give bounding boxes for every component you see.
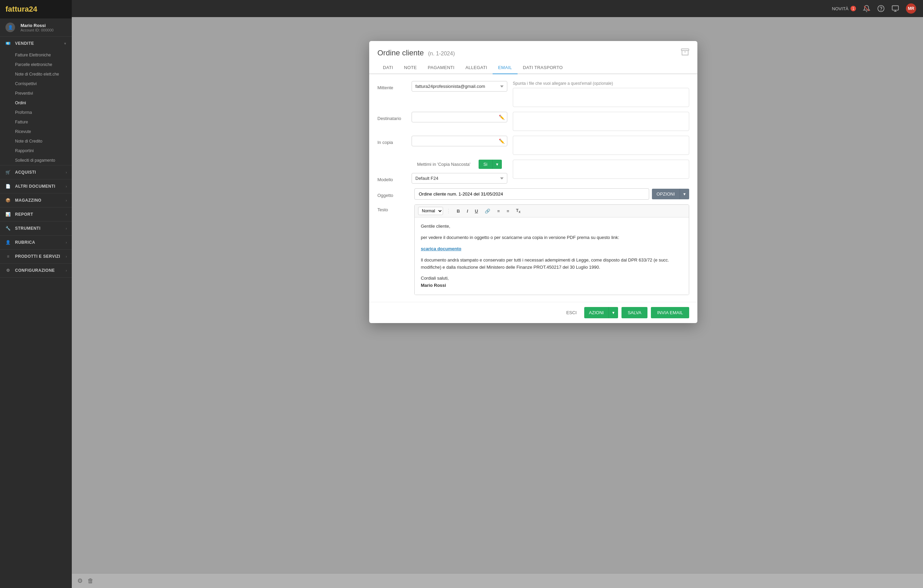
section-rubrica-header[interactable]: 👤 RUBRICA › — [0, 235, 72, 249]
toolbar-ordered-list-button[interactable]: ≡ — [494, 207, 503, 215]
section-acquisti-header[interactable]: 🛒 ACQUISTI › — [0, 166, 72, 179]
chart-icon: 📊 — [5, 211, 11, 218]
destinatario-edit-icon[interactable]: ✏️ — [499, 115, 504, 120]
editor-link-line: scarica documento — [421, 245, 683, 253]
in-copia-input[interactable] — [412, 136, 507, 146]
user-name: Mario Rossi — [21, 23, 54, 28]
sidebar-item-note-credito-elett[interactable]: Note di Credito elett.che — [0, 69, 72, 79]
destinatario-row: Destinatario ✏️ — [378, 112, 689, 131]
help-icon[interactable] — [877, 5, 885, 12]
sidebar-item-solleciti[interactable]: Solleciti di pagamento — [0, 156, 72, 165]
tab-allegati[interactable]: ALLEGATI — [460, 62, 493, 74]
mittente-field-group: Mittente fattura24professionista@gmail.c… — [378, 81, 507, 92]
sidebar-item-preventivi[interactable]: Preventivi — [0, 89, 72, 98]
salva-button[interactable]: SALVA — [621, 307, 647, 318]
in-copia-row: In copia ✏️ — [378, 136, 689, 155]
bcc-modello-row: Mettimi in 'Copia Nascosta' Si ▾ Modello — [378, 159, 689, 184]
attachment-box-4 — [513, 159, 689, 179]
attachment-area: Spunta i file che vuoi allegare a quest'… — [513, 81, 689, 107]
content-area: ⚙ 🗑 Ordine cliente (n. 1-2024) D — [72, 17, 923, 588]
screen-icon[interactable] — [892, 5, 899, 12]
toolbar-underline-button[interactable]: U — [472, 207, 481, 215]
attachment-boxes — [513, 88, 689, 107]
tab-note[interactable]: NOTE — [399, 62, 422, 74]
bcc-modello-group: Mettimi in 'Copia Nascosta' Si ▾ Modello — [378, 159, 507, 184]
section-prodotti-header[interactable]: ≡ PRODOTTI E SERVIZI › — [0, 250, 72, 263]
mittente-select[interactable]: fattura24professionista@gmail.com — [412, 81, 507, 92]
archive-icon[interactable] — [681, 48, 689, 58]
modello-select[interactable]: Default F24 — [412, 173, 507, 184]
azioni-dropdown-button[interactable]: ▾ — [608, 307, 618, 318]
section-acquisti-label: ACQUISTI — [15, 170, 36, 175]
section-vendite-header[interactable]: 💶 VENDITE ▼ — [0, 36, 72, 50]
editor-signature: Mario Rossi — [421, 283, 446, 288]
section-altri: 📄 ALTRI DOCUMENTI › — [0, 179, 72, 194]
svg-rect-6 — [681, 49, 689, 51]
editor-line-1: Gentile cliente, — [421, 223, 683, 230]
topbar: NOVITÀ 1 MR — [72, 0, 923, 17]
sidebar-item-proforma[interactable]: Proforma — [0, 108, 72, 117]
opzioni-button-group: OPZIONI ▾ — [652, 189, 689, 199]
scarica-documento-link[interactable]: scarica documento — [421, 246, 462, 251]
mittente-row: Mittente fattura24professionista@gmail.c… — [378, 81, 689, 107]
box-icon: 📦 — [5, 197, 11, 204]
modello-select-wrapper: Default F24 — [412, 173, 507, 184]
sidebar-item-fatture[interactable]: Fatture — [0, 117, 72, 127]
in-copia-edit-icon[interactable]: ✏️ — [499, 138, 504, 144]
modal-header: Ordine cliente (n. 1-2024) — [369, 41, 697, 58]
section-magazzino-header[interactable]: 📦 MAGAZZINO › — [0, 194, 72, 207]
section-configurazione-header[interactable]: ⚙ CONFIGURAZIONE › — [0, 264, 72, 277]
section-magazzino-arrow: › — [66, 199, 67, 202]
toolbar-style-select[interactable]: Normal — [418, 207, 443, 215]
bcc-dropdown-button[interactable]: ▾ — [492, 159, 502, 169]
sidebar-item-ordini[interactable]: Ordini — [0, 98, 72, 108]
destinatario-input[interactable] — [412, 112, 507, 122]
bcc-yes-button[interactable]: Si — [479, 159, 492, 169]
notifications-icon[interactable] — [863, 5, 870, 12]
section-altri-label: ALTRI DOCUMENTI — [15, 184, 55, 189]
sidebar-item-corrispettivi[interactable]: Corrispettivi — [0, 79, 72, 89]
section-configurazione: ⚙ CONFIGURAZIONE › — [0, 264, 72, 278]
novita-item[interactable]: NOVITÀ 1 — [832, 6, 856, 11]
section-strumenti-arrow: › — [66, 227, 67, 230]
section-report: 📊 REPORT › — [0, 207, 72, 222]
bcc-label: Mettimi in 'Copia Nascosta' — [417, 162, 470, 167]
editor-saluti: Cordiali saluti,Mario Rossi — [421, 275, 683, 289]
bcc-group: Mettimi in 'Copia Nascosta' Si ▾ — [378, 159, 507, 169]
destinatario-group: Destinatario ✏️ — [378, 112, 507, 122]
invia-email-button[interactable]: INVIA EMAIL — [651, 307, 689, 318]
destinatario-label: Destinatario — [378, 113, 412, 121]
tab-pagamenti[interactable]: PAGAMENTI — [422, 62, 460, 74]
toolbar-sep-1: ⋮ — [446, 208, 451, 214]
sidebar-item-ricevute[interactable]: Ricevute — [0, 127, 72, 136]
tab-dati-trasporto[interactable]: DATI TRASPORTO — [517, 62, 568, 74]
section-vendite-arrow: ▼ — [64, 42, 67, 46]
oggetto-input[interactable] — [414, 188, 649, 200]
attachment-box-1 — [513, 88, 689, 107]
user-icon: 👤 — [5, 23, 15, 32]
opzioni-dropdown-button[interactable]: ▾ — [680, 189, 689, 199]
tab-dati[interactable]: DATI — [378, 62, 399, 74]
doc-icon: 📄 — [5, 183, 11, 190]
sidebar-item-rapportini[interactable]: Rapportini — [0, 146, 72, 156]
user-avatar[interactable]: MR — [906, 3, 916, 14]
modello-group: Modello Default F24 — [378, 173, 507, 184]
toolbar-bold-button[interactable]: B — [454, 207, 463, 215]
azioni-button[interactable]: AZIONI — [584, 307, 608, 318]
toolbar-link-button[interactable]: 🔗 — [482, 207, 493, 215]
esci-button[interactable]: ESCI — [562, 307, 580, 318]
toolbar-italic-button[interactable]: I — [464, 207, 471, 215]
tab-email[interactable]: EMAIL — [493, 62, 517, 74]
section-rubrica-arrow: › — [66, 241, 67, 245]
sidebar-item-note-credito[interactable]: Note di Credito — [0, 136, 72, 146]
section-strumenti-header[interactable]: 🔧 STRUMENTI › — [0, 222, 72, 235]
section-report-header[interactable]: 📊 REPORT › — [0, 207, 72, 221]
section-altri-header[interactable]: 📄 ALTRI DOCUMENTI › — [0, 179, 72, 193]
modal-title-text: Ordine cliente — [378, 49, 424, 57]
editor-content[interactable]: Gentile cliente, per vedere il documento… — [415, 217, 689, 295]
sidebar-item-parcelle[interactable]: Parcelle elettroniche — [0, 60, 72, 69]
toolbar-unordered-list-button[interactable]: ≡ — [504, 207, 512, 215]
toolbar-clear-format-button[interactable]: Tx — [514, 207, 523, 215]
sidebar-item-fatture-elettroniche[interactable]: Fatture Elettroniche — [0, 50, 72, 60]
opzioni-button[interactable]: OPZIONI — [652, 189, 680, 199]
